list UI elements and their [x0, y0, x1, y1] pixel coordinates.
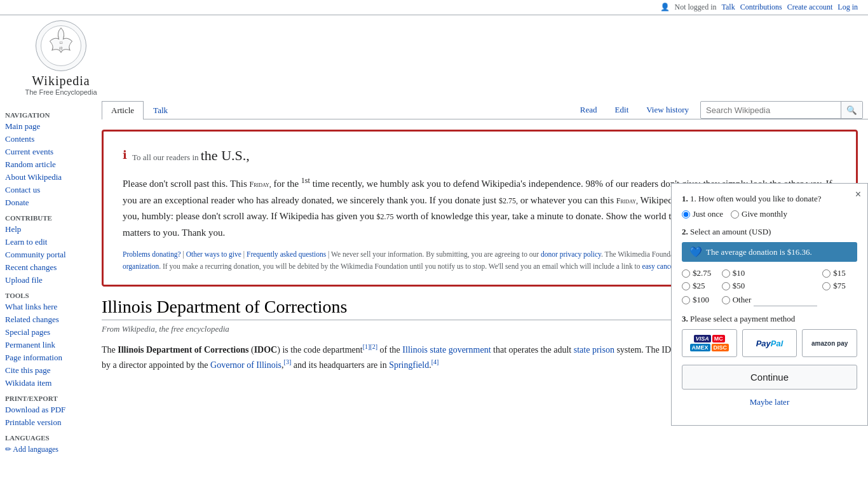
faq-link[interactable]: Frequently asked questions [247, 250, 326, 258]
sidebar-item-page-information[interactable]: Page information [0, 351, 102, 364]
sidebar-item-current-events[interactable]: Current events [0, 146, 102, 158]
amount-100[interactable]: $100 [682, 294, 717, 306]
amount-50[interactable]: $50 [722, 281, 818, 291]
search-input[interactable] [701, 103, 841, 118]
sidebar-item-add-languages[interactable]: ✏ Add languages [0, 443, 102, 456]
citation-1-2[interactable]: [1][2] [363, 343, 377, 350]
not-logged-in-text: Not logged in [675, 3, 717, 12]
wiki-title: Wikipedia [32, 74, 90, 88]
search-button[interactable]: 🔍 [841, 102, 862, 118]
banner-header: ℹ To all our readers in the U.S., [123, 144, 837, 166]
other-ways-link[interactable]: Other ways to give [186, 250, 241, 258]
amount-25[interactable]: $25 [682, 281, 717, 291]
sidebar-item-learn-to-edit[interactable]: Learn to edit [0, 236, 102, 248]
amount-radio-other[interactable] [722, 296, 730, 304]
step2-title: 2. Select an amount (USD) [682, 227, 857, 237]
top-bar: 👤 Not logged in Talk Contributions Creat… [0, 0, 868, 15]
sidebar-item-random-article[interactable]: Random article [0, 158, 102, 171]
continue-button[interactable]: Continue [682, 365, 857, 390]
citation-4[interactable]: [4] [431, 358, 439, 365]
privacy-policy-link[interactable]: donor privacy policy [541, 250, 601, 258]
amount-radio-75[interactable] [822, 282, 831, 290]
amount-15[interactable]: $15 [822, 268, 857, 278]
maybe-later-link[interactable]: Maybe later [682, 397, 857, 407]
amount-75[interactable]: $75 [822, 281, 857, 291]
wikipedia-logo[interactable]: Ω 維 [36, 20, 86, 71]
sidebar-item-cite-this-page[interactable]: Cite this page [0, 364, 102, 377]
governor-link[interactable]: Governor of Illinois [210, 360, 281, 370]
tab-read[interactable]: Read [574, 101, 604, 119]
card-payment-button[interactable]: VISA MC AMEX DISC [682, 329, 737, 357]
talk-link[interactable]: Talk [722, 3, 735, 12]
amount-other[interactable]: Other [722, 294, 818, 306]
amazon-pay-button[interactable]: amazon pay [802, 329, 857, 357]
just-once-radio[interactable] [682, 210, 690, 219]
article-idoc-abbr: IDOC [254, 345, 278, 355]
sidebar-item-download-pdf[interactable]: Download as PDF [0, 403, 102, 416]
amount-radio-50[interactable] [722, 282, 730, 290]
average-donation-display: 💙 The average donation is $16.36. [682, 242, 857, 262]
card-logos: VISA MC AMEX DISC [685, 335, 734, 351]
sidebar-item-contact-us[interactable]: Contact us [0, 184, 102, 196]
il-state-gov-link[interactable]: Illinois state government [402, 345, 491, 355]
close-panel-button[interactable]: × [855, 189, 861, 200]
amount-radio-10[interactable] [722, 269, 730, 278]
print-title: Print/export [0, 390, 102, 403]
sidebar-item-recent-changes[interactable]: Recent changes [0, 261, 102, 274]
amount-radio-2-75[interactable] [682, 269, 690, 278]
tab-edit[interactable]: Edit [609, 101, 635, 119]
state-prison-link[interactable]: state prison [574, 345, 614, 355]
sidebar-item-related-changes[interactable]: Related changes [0, 313, 102, 326]
amount-radio-100[interactable] [682, 296, 690, 304]
discover-logo: DISC [712, 344, 729, 351]
amount-radio-15[interactable] [822, 269, 831, 278]
donation-step-2: 2. Select an amount (USD) 💙 The average … [682, 227, 857, 306]
just-once-option[interactable]: Just once [682, 209, 723, 219]
log-in-link[interactable]: Log in [837, 3, 858, 12]
problems-donating-link[interactable]: Problems donating? [123, 250, 181, 258]
header: Ω 維 Wikipedia The Free Encyclopedia [0, 15, 868, 101]
citation-3[interactable]: [3] [284, 358, 292, 365]
contributions-link[interactable]: Contributions [740, 3, 782, 12]
average-text: The average donation is $16.36. [706, 247, 812, 257]
search-icon: 🔍 [846, 105, 857, 115]
sidebar-item-help[interactable]: Help [0, 223, 102, 236]
amex-logo: AMEX [690, 344, 710, 351]
paypal-button[interactable]: PayPal [742, 329, 797, 357]
amount-radio-25[interactable] [682, 282, 690, 290]
donation-panel: × 1. 1. How often would you like to dona… [671, 183, 868, 426]
contribute-title: Contribute [0, 209, 102, 223]
amount-10[interactable]: $10 [722, 268, 818, 278]
sidebar-item-about-wikipedia[interactable]: About Wikipedia [0, 171, 102, 184]
sidebar-item-permanent-link[interactable]: Permanent link [0, 339, 102, 351]
user-icon: 👤 [660, 3, 670, 12]
payment-methods: VISA MC AMEX DISC PayPal amazon pay [682, 329, 857, 357]
tab-article[interactable]: Article [102, 101, 144, 119]
tab-view-history[interactable]: View history [640, 101, 695, 119]
banner-header-bold: the U.S., [201, 147, 250, 163]
springfield-link[interactable]: Springfield [389, 360, 429, 370]
other-amount-input[interactable] [754, 294, 817, 306]
step3-title: 3. Please select a payment method [682, 314, 857, 324]
sidebar-item-printable-version[interactable]: Printable version [0, 416, 102, 429]
sidebar-item-contents[interactable]: Contents [0, 133, 102, 146]
sidebar-item-what-links-here[interactable]: What links here [0, 301, 102, 313]
amazon-pay-label: amazon pay [811, 340, 848, 347]
tab-talk[interactable]: Talk [144, 101, 177, 119]
banner-header-text: To all our readers in the U.S., [132, 144, 250, 166]
sidebar-item-community-portal[interactable]: Community portal [0, 248, 102, 261]
sidebar-item-donate[interactable]: Donate [0, 196, 102, 209]
sidebar-item-wikidata-item[interactable]: Wikidata item [0, 377, 102, 390]
mastercard-logo: MC [712, 335, 725, 342]
amount-2-75[interactable]: $2.75 [682, 268, 717, 278]
paypal-label: PayPal [756, 339, 783, 348]
give-monthly-option[interactable]: Give monthly [731, 209, 787, 219]
sidebar-item-upload-file[interactable]: Upload file [0, 274, 102, 287]
banner-info-icon: ℹ [123, 146, 127, 165]
svg-text:維: 維 [58, 46, 63, 50]
sidebar-item-special-pages[interactable]: Special pages [0, 326, 102, 339]
create-account-link[interactable]: Create account [787, 3, 833, 12]
give-monthly-radio[interactable] [731, 210, 739, 219]
search-box: 🔍 [700, 101, 863, 119]
sidebar-item-main-page[interactable]: Main page [0, 120, 102, 133]
